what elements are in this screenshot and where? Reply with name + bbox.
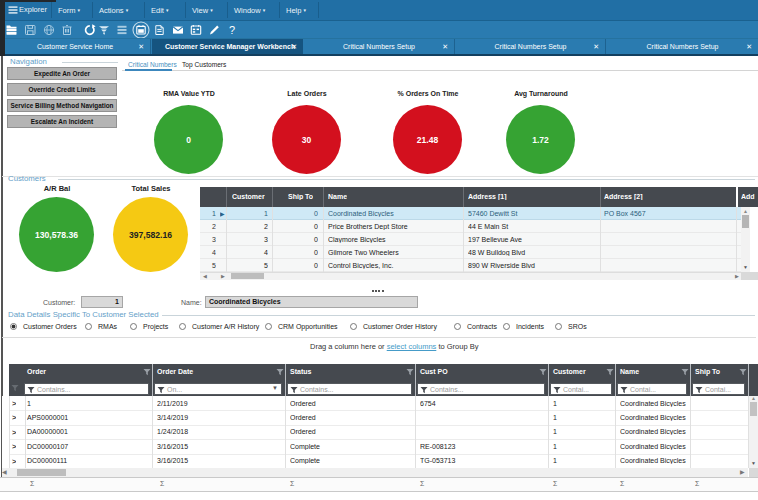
svg-text:?: ?: [229, 24, 235, 36]
